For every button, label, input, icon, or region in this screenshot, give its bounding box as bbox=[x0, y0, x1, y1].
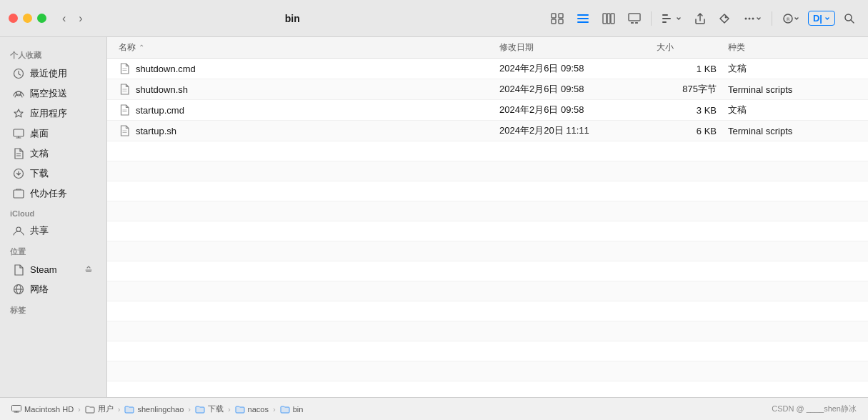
file-name: startup.cmd bbox=[136, 105, 184, 116]
toolbar-divider-2 bbox=[772, 11, 772, 26]
apps-icon bbox=[13, 108, 24, 119]
sidebar-item-apps[interactable]: 应用程序 bbox=[3, 104, 104, 124]
table-row[interactable]: shutdown.sh 2024年2月6日 09:58 875字节 Termin… bbox=[107, 79, 868, 100]
breadcrumb-nacos[interactable]: nacos bbox=[235, 404, 269, 414]
recent-icon bbox=[13, 68, 24, 79]
sidebar-item-downloads[interactable]: 下载 bbox=[3, 164, 104, 184]
content-area: 名称 ⌃ 修改日期 大小 种类 bbox=[107, 37, 868, 397]
table-row-empty bbox=[107, 161, 868, 181]
file-size: 3 KB bbox=[657, 105, 728, 116]
svg-rect-4 bbox=[577, 14, 589, 16]
sidebar-item-docs[interactable]: 文稿 bbox=[3, 144, 104, 164]
svg-rect-12 bbox=[635, 22, 638, 24]
sidebar-item-label: 下载 bbox=[30, 167, 49, 180]
table-row-empty bbox=[107, 341, 868, 361]
sort-arrow: ⌃ bbox=[139, 44, 144, 51]
sidebar-item-label: 文稿 bbox=[30, 147, 49, 160]
svg-rect-6 bbox=[577, 21, 589, 23]
file-date: 2024年2月6日 09:58 bbox=[499, 62, 657, 75]
nav-buttons: ‹ › bbox=[58, 11, 87, 26]
share-button[interactable] bbox=[690, 9, 710, 28]
table-row-empty bbox=[107, 181, 868, 201]
minimize-button[interactable] bbox=[23, 14, 32, 23]
breadcrumb-shenlingchao[interactable]: shenlingchao bbox=[124, 404, 184, 414]
back-button[interactable]: ‹ bbox=[58, 11, 70, 26]
breadcrumb-users[interactable]: 用户 bbox=[85, 404, 114, 414]
file-size: 1 KB bbox=[657, 64, 728, 74]
svg-rect-3 bbox=[559, 19, 563, 24]
table-row[interactable]: startup.sh 2024年2月20日 11:11 6 KB Termina… bbox=[107, 121, 868, 141]
svg-rect-42 bbox=[12, 406, 21, 411]
sidebar-item-label: 应用程序 bbox=[30, 107, 67, 120]
sidebar-item-shared[interactable]: 共享 bbox=[3, 221, 104, 241]
header-size[interactable]: 大小 bbox=[657, 41, 728, 54]
svg-rect-7 bbox=[603, 14, 607, 24]
breadcrumb-macintosh-hd[interactable]: Macintosh HD bbox=[11, 404, 74, 414]
header-name[interactable]: 名称 ⌃ bbox=[119, 41, 499, 54]
gallery-view-button[interactable] bbox=[624, 10, 645, 27]
column-view-button[interactable] bbox=[598, 10, 619, 27]
sidebar-item-steam[interactable]: Steam bbox=[3, 260, 104, 279]
sidebar-item-label: 网络 bbox=[30, 283, 49, 296]
file-date: 2024年2月6日 09:58 bbox=[499, 83, 657, 96]
sidebar-item-label: 代办任务 bbox=[30, 187, 67, 200]
header-kind[interactable]: 种类 bbox=[728, 41, 857, 54]
grid-view-button[interactable] bbox=[547, 10, 568, 27]
list-view-button[interactable] bbox=[572, 10, 594, 27]
toolbar-divider-1 bbox=[651, 11, 652, 26]
airdrop-icon bbox=[13, 88, 24, 99]
breadcrumb-bin[interactable]: bin bbox=[280, 404, 304, 414]
svg-point-16 bbox=[724, 16, 727, 18]
svg-rect-25 bbox=[14, 129, 24, 136]
steam-icon bbox=[13, 264, 24, 276]
table-row-empty bbox=[107, 141, 868, 161]
file-kind: 文稿 bbox=[728, 104, 857, 116]
sidebar-item-label: 共享 bbox=[30, 224, 49, 237]
svg-rect-15 bbox=[662, 21, 667, 23]
main-area: 个人收藏 最近使用 隔空投送 应用程序 桌面 bbox=[0, 37, 868, 397]
sidebar-section-favorites: 个人收藏 bbox=[0, 44, 106, 64]
table-row[interactable]: startup.cmd 2024年2月6日 09:58 3 KB 文稿 bbox=[107, 100, 868, 121]
file-name-cell: shutdown.sh bbox=[119, 83, 499, 96]
shared-icon bbox=[13, 225, 24, 236]
sidebar-item-proxy[interactable]: 代办任务 bbox=[3, 184, 104, 204]
tag-button[interactable] bbox=[714, 10, 734, 27]
svg-rect-5 bbox=[577, 18, 589, 19]
more-button[interactable] bbox=[739, 10, 766, 27]
file-date: 2024年2月20日 11:11 bbox=[499, 124, 657, 137]
proxy-icon bbox=[13, 188, 24, 199]
search-button[interactable] bbox=[839, 10, 859, 27]
file-name-cell: startup.sh bbox=[119, 124, 499, 137]
title-bar: ‹ › bin bbox=[0, 0, 868, 37]
table-row-empty bbox=[107, 281, 868, 301]
table-row-empty bbox=[107, 301, 868, 321]
svg-rect-11 bbox=[631, 22, 634, 24]
header-date[interactable]: 修改日期 bbox=[499, 41, 657, 54]
docs-icon bbox=[13, 148, 24, 159]
sidebar-section-locations: 位置 bbox=[0, 241, 106, 260]
folder-icon-5 bbox=[280, 404, 290, 414]
eject-button[interactable] bbox=[84, 264, 94, 276]
sidebar-item-desktop[interactable]: 桌面 bbox=[3, 124, 104, 144]
table-row-empty bbox=[107, 221, 868, 241]
maximize-button[interactable] bbox=[37, 14, 46, 23]
window-title: bin bbox=[96, 13, 489, 24]
group-button[interactable] bbox=[657, 10, 686, 27]
svg-rect-10 bbox=[629, 14, 640, 21]
table-row-empty bbox=[107, 361, 868, 381]
forward-button[interactable]: › bbox=[74, 11, 86, 26]
sort-button[interactable]: D| bbox=[808, 11, 835, 26]
sep-1: › bbox=[78, 405, 81, 414]
sidebar-item-recent[interactable]: 最近使用 bbox=[3, 64, 104, 84]
view-options-button[interactable]: ® bbox=[778, 10, 804, 27]
file-kind: 文稿 bbox=[728, 62, 857, 75]
sidebar-item-network[interactable]: 网络 bbox=[3, 279, 104, 299]
close-button[interactable] bbox=[9, 14, 18, 23]
sidebar-item-airdrop[interactable]: 隔空投送 bbox=[3, 84, 104, 104]
svg-point-18 bbox=[748, 17, 750, 19]
sidebar-item-label: 最近使用 bbox=[30, 67, 67, 80]
svg-rect-8 bbox=[607, 14, 610, 24]
breadcrumb-downloads[interactable]: 下载 bbox=[195, 404, 224, 414]
table-row[interactable]: shutdown.cmd 2024年2月6日 09:58 1 KB 文稿 bbox=[107, 59, 868, 79]
svg-rect-9 bbox=[611, 14, 614, 24]
